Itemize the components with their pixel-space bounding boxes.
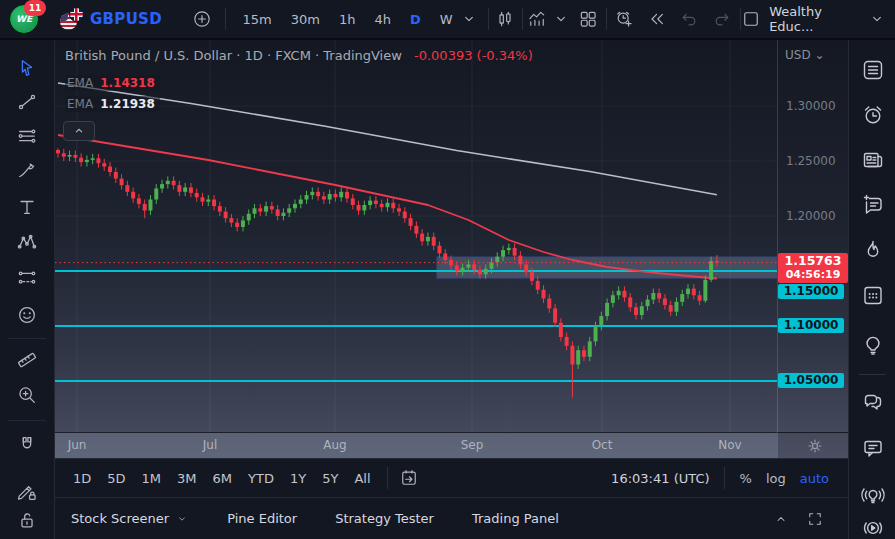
tool-zoom-in-icon[interactable] <box>8 378 46 412</box>
tool-xabcd-pattern-icon[interactable] <box>8 226 46 260</box>
timeframe-button-w[interactable]: W <box>438 8 455 31</box>
divider <box>606 8 607 30</box>
bottom-tab-trading-panel[interactable]: Trading Panel <box>472 511 559 526</box>
sidebar-news-icon[interactable] <box>858 145 888 175</box>
percent-scale-button[interactable]: % <box>733 468 759 489</box>
account-chevron-down-icon <box>867 9 887 29</box>
timeframe-button-d[interactable]: D <box>408 8 423 31</box>
bar-replay-icon[interactable] <box>644 4 672 34</box>
ema-label: EMA <box>67 97 93 111</box>
sidebar-hotlists-icon[interactable] <box>858 235 888 265</box>
sidebar-alerts-icon[interactable] <box>858 100 888 130</box>
range-button-1d[interactable]: 1D <box>67 468 97 489</box>
create-alert-icon[interactable] <box>610 4 638 34</box>
price-chart[interactable] <box>55 40 848 458</box>
price-scale[interactable]: USD ⌄ 1.300001.250001.200001.150001.1000… <box>777 40 848 432</box>
symbol-search-button[interactable]: GBPUSD <box>90 10 162 28</box>
tool-brush-icon[interactable] <box>8 154 46 188</box>
panel-collapse-chevron-up-icon[interactable] <box>772 510 790 528</box>
timeframe-chevron-down-icon[interactable] <box>459 9 479 29</box>
panel-fullscreen-icon[interactable] <box>806 510 824 528</box>
level-price-label[interactable]: 1.05000 <box>778 373 844 388</box>
ema-fast-value: 1.14318 <box>100 76 155 90</box>
sidebar-text-notes-icon[interactable] <box>858 190 888 220</box>
layout-grid-icon[interactable] <box>575 4 603 34</box>
range-button-5y[interactable]: 5Y <box>316 468 344 489</box>
tool-emoji-icon[interactable] <box>8 298 46 332</box>
range-button-1m[interactable]: 1M <box>136 468 168 489</box>
redo-icon[interactable] <box>709 4 737 34</box>
tool-projection-icon[interactable] <box>8 261 46 295</box>
tab-list: Stock ScreenerPine EditorStrategy Tester… <box>55 511 559 526</box>
notification-badge: 11 <box>24 0 46 16</box>
sidebar-ideas-icon[interactable] <box>858 330 888 360</box>
timeframe-button-15m[interactable]: 15m <box>240 8 273 31</box>
tool-magnet-icon[interactable] <box>8 428 46 462</box>
range-button-6m[interactable]: 6M <box>207 468 239 489</box>
indicators-chevron-down-icon[interactable] <box>551 9 571 29</box>
time-axis-month-label: Jun <box>68 438 87 452</box>
ema-slow-value: 1.21938 <box>100 97 155 111</box>
price-change: -0.00393 (-0.34%) <box>414 48 533 63</box>
timeframe-button-4h[interactable]: 4h <box>372 8 393 31</box>
bottom-tab-stock-screener[interactable]: Stock Screener <box>71 511 189 526</box>
tool-ruler-icon[interactable] <box>8 343 46 377</box>
sidebar-divider <box>859 374 886 375</box>
sidebar-dialogs-icon[interactable] <box>858 433 888 463</box>
clock-group: 16:03:41 (UTC) % log auto <box>611 467 848 489</box>
timeframe-button-1h[interactable]: 1h <box>337 8 358 31</box>
range-button-5d[interactable]: 5D <box>101 468 131 489</box>
sidebar-calendar-icon[interactable] <box>858 280 888 310</box>
last-price-label[interactable]: 1.1576304:56:19 <box>778 253 848 283</box>
symbol-compare-add-icon[interactable] <box>188 4 216 34</box>
chart-style-candles-icon[interactable] <box>492 4 520 34</box>
uk-flag-icon <box>69 7 84 22</box>
sidebar-watchlist-icon[interactable] <box>858 55 888 85</box>
indicator-legend-ema-fast[interactable]: EMA1.14318 <box>65 75 160 91</box>
sidebar-live-icon[interactable] <box>858 513 888 539</box>
range-button-ytd[interactable]: YTD <box>242 468 280 489</box>
legend-collapse-button[interactable] <box>63 121 95 141</box>
tool-fib-retracement-icon[interactable] <box>8 120 46 154</box>
go-to-date-icon[interactable] <box>394 463 424 493</box>
tradingview-app: WE 11 GBPUSD 15m30m1h4hDW Wealthy Educ..… <box>0 0 895 539</box>
tool-text-icon[interactable] <box>8 190 46 224</box>
divider <box>724 467 725 489</box>
sidebar-streams-icon[interactable] <box>858 480 888 510</box>
toolbar-divider <box>8 338 46 339</box>
divider <box>225 8 226 30</box>
timeframe-button-30m[interactable]: 30m <box>289 8 322 31</box>
clock[interactable]: 16:03:41 (UTC) <box>611 471 709 486</box>
price-tick: 1.25000 <box>786 154 836 168</box>
price-scale-currency[interactable]: USD ⌄ <box>785 48 825 62</box>
ema-label: EMA <box>67 76 93 90</box>
tool-lock-all-icon[interactable] <box>8 503 46 537</box>
chart-pane: British Pound / U.S. Dollar · 1D · FXCM … <box>55 40 848 458</box>
indicator-legend-ema-slow[interactable]: EMA1.21938 <box>65 96 160 112</box>
chart-settings-gear-icon[interactable] <box>803 436 827 456</box>
layout-account-menu[interactable]: Wealthy Educ... <box>741 4 895 34</box>
time-axis-month-label: Aug <box>323 438 346 452</box>
log-scale-button[interactable]: log <box>759 468 793 489</box>
top-toolbar: WE 11 GBPUSD 15m30m1h4hDW Wealthy Educ..… <box>0 0 895 40</box>
chart-legend[interactable]: British Pound / U.S. Dollar · 1D · FXCM … <box>65 48 533 63</box>
auto-scale-button[interactable]: auto <box>793 468 836 489</box>
chevron-down-icon <box>175 512 189 526</box>
range-button-1y[interactable]: 1Y <box>284 468 312 489</box>
save-layout-square-icon <box>741 9 761 29</box>
sidebar-chats-icon[interactable] <box>858 387 888 417</box>
range-button-all[interactable]: All <box>348 468 376 489</box>
bottom-tab-strategy-tester[interactable]: Strategy Tester <box>335 511 434 526</box>
bottom-tab-pine-editor[interactable]: Pine Editor <box>227 511 297 526</box>
drawing-toolbar <box>0 40 55 539</box>
level-price-label[interactable]: 1.15000 <box>778 284 844 299</box>
time-scale[interactable]: JunJulAugSepOctNov <box>55 432 777 458</box>
tool-cursor-icon[interactable] <box>8 51 46 85</box>
indicators-icon[interactable] <box>523 4 551 34</box>
range-button-3m[interactable]: 3M <box>171 468 203 489</box>
undo-icon[interactable] <box>675 4 703 34</box>
app-logo[interactable]: WE 11 <box>10 5 38 33</box>
tool-trend-line-icon[interactable] <box>8 85 46 119</box>
right-sidebar <box>848 40 895 539</box>
level-price-label[interactable]: 1.10000 <box>778 318 844 333</box>
